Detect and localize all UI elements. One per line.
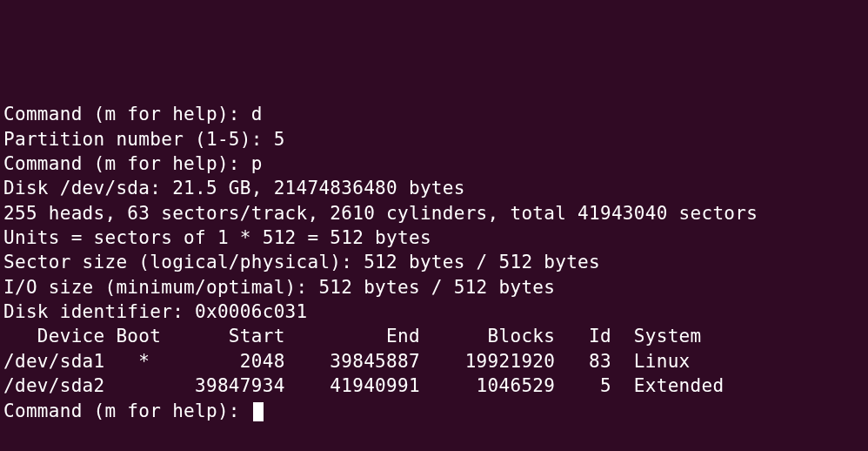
- user-input: p: [251, 153, 263, 174]
- prompt-text: Command (m for help):: [3, 401, 251, 421]
- terminal-output[interactable]: Command (m for help): dPartition number …: [3, 102, 865, 451]
- table-row: /dev/sda2 39847934 41940991 1046529 5 Ex…: [3, 374, 865, 398]
- prompt-text: Partition number (1-5):: [3, 129, 274, 150]
- io-size-line: I/O size (minimum/optimal): 512 bytes / …: [3, 275, 865, 300]
- user-input: 5: [274, 129, 285, 150]
- disk-identifier-line: Disk identifier: 0x0006c031: [3, 300, 865, 324]
- cursor-icon: [253, 402, 264, 421]
- partition-prompt-line: Partition number (1-5): 5: [3, 127, 865, 151]
- disk-info-line: Disk /dev/sda: 21.5 GB, 21474836480 byte…: [3, 176, 865, 200]
- command-line: Command (m for help): p: [3, 151, 865, 176]
- command-prompt-active: Command (m for help):: [3, 399, 865, 423]
- command-line: Command (m for help): d: [3, 102, 865, 126]
- geometry-line: 255 heads, 63 sectors/track, 2610 cylind…: [3, 201, 865, 226]
- user-input: d: [251, 104, 263, 125]
- units-line: Units = sectors of 1 * 512 = 512 bytes: [3, 226, 865, 250]
- prompt-text: Command (m for help):: [3, 104, 251, 125]
- table-row: /dev/sda1 * 2048 39845887 19921920 83 Li…: [3, 349, 865, 374]
- table-header: Device Boot Start End Blocks Id System: [3, 324, 865, 348]
- sector-size-line: Sector size (logical/physical): 512 byte…: [3, 250, 865, 274]
- prompt-text: Command (m for help):: [3, 153, 251, 174]
